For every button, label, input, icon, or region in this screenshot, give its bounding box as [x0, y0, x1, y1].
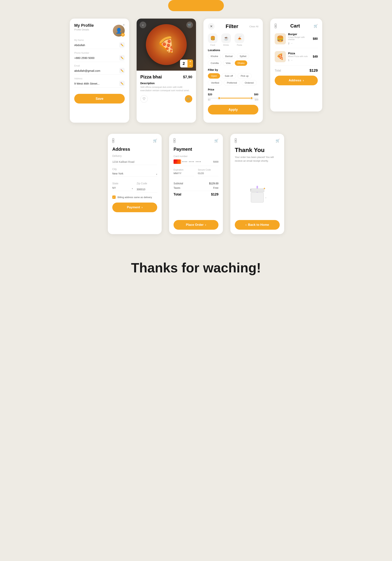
cart-card: ‹ Cart 🛒 🍔 Burger Crispy Burger with che… — [270, 19, 322, 111]
address-title: Address — [112, 147, 157, 152]
quantity-display: 2 — [180, 60, 187, 67]
pizza-name: Pizza bhai — [140, 74, 162, 80]
category-food[interactable]: 🍔 Food — [208, 33, 217, 46]
phone-value: +880 2590 5000 — [74, 56, 94, 59]
card-last4: 5000 — [213, 160, 218, 163]
location-comilla[interactable]: Comilla — [208, 60, 221, 66]
locations-grid: Khulne Barisal Sylhet Comilla Vola Dhaka — [208, 54, 258, 66]
chevron-right-icon: › — [205, 223, 206, 227]
edit-address-button[interactable]: ✏️ — [119, 81, 125, 86]
location-barisal[interactable]: Barisal — [222, 54, 235, 59]
payment-title: Payment — [174, 147, 218, 152]
footer-text: Thanks for waching! — [131, 260, 261, 275]
add-to-cart-button[interactable]: 🛒 — [185, 95, 192, 103]
description-text: Velit officia consequat duis enim velit … — [140, 86, 192, 92]
thankyou-title: Thank You — [235, 147, 280, 153]
item-price: $49 — [313, 55, 318, 58]
payment-button[interactable]: Payment › — [112, 203, 157, 212]
order-message: Your order has been placed! You will rec… — [235, 155, 280, 162]
food-label: Food — [210, 44, 215, 46]
apply-button[interactable]: Apply — [208, 105, 258, 114]
city-value: New York — [112, 172, 123, 175]
add-photo-button[interactable]: + — [121, 33, 125, 37]
address-button[interactable]: Address › — [275, 76, 318, 85]
phone-label: Phone Number — [74, 52, 125, 54]
cart-nav-button[interactable]: 🛒 — [186, 22, 193, 28]
thankyou-back-button[interactable]: ‹ — [235, 138, 237, 143]
cart-item: 🍔 Burger Crispy Burger with cheese 2 – $… — [275, 32, 318, 48]
category-pasta[interactable]: 🍝 Pasta — [235, 33, 244, 46]
delivery-input[interactable] — [112, 159, 157, 165]
price-min: $0 — [208, 98, 210, 101]
edit-phone-button[interactable]: ✏️ — [119, 55, 125, 61]
state-select[interactable]: NY ▾ — [112, 186, 133, 191]
pizza-image-cart: 🍕 — [275, 51, 286, 62]
thankyou-card: ‹ 🛒 Thank You Your order has been placed… — [230, 134, 284, 234]
cart-icon: 🛒 — [314, 24, 318, 28]
clear-all-button[interactable]: Clear All — [249, 25, 258, 28]
item-desc: Crispy Burger with cheese — [288, 36, 310, 41]
city-select[interactable]: New York ▾ — [112, 172, 157, 177]
favorite-button[interactable]: ♡ — [140, 95, 148, 103]
pasta-label: Pasta — [237, 44, 242, 46]
delivery-label: Delivery — [112, 154, 157, 157]
expiration-value: MM/YY — [174, 172, 194, 176]
filter-card: ✕ Filter Clear All 🍔 Food ☕ Drinks 🍝 Pas… — [203, 19, 263, 123]
item-name: Burger — [288, 32, 310, 36]
location-vola[interactable]: Vola — [223, 60, 233, 66]
category-drinks[interactable]: ☕ Drinks — [221, 33, 231, 46]
chevron-down-icon: ▾ — [132, 187, 133, 190]
state-label: State — [112, 182, 133, 185]
billing-label: Billing address same as delivery — [117, 196, 152, 199]
item-name: Pizza — [288, 52, 310, 55]
edit-name-button[interactable]: ✏️ — [119, 42, 125, 48]
billing-checkbox[interactable]: ✓ — [112, 195, 116, 199]
food-icon: 🍔 — [208, 33, 217, 43]
burger-image: 🍔 — [275, 33, 286, 44]
price-to: $80 — [254, 93, 258, 96]
subtotal-value: $129.00 — [209, 182, 218, 185]
zip-input[interactable] — [137, 186, 157, 193]
filter-saleoff[interactable]: Sale off — [222, 73, 236, 79]
cart-title: Cart — [290, 23, 300, 29]
filter-preferred[interactable]: Preferred — [224, 80, 240, 86]
edit-email-button[interactable]: ✏️ — [119, 68, 125, 73]
cart-icon-thankyou: 🛒 — [276, 139, 280, 143]
price-track — [208, 98, 258, 98]
card-dots: •••• •••• •••• — [182, 160, 211, 163]
location-dhaka[interactable]: Dhaka — [235, 60, 248, 66]
back-home-button[interactable]: ‹ Back to Home — [235, 220, 280, 230]
address-card: ‹ 🛒 Address Delivery City New York ▾ Sta… — [108, 134, 162, 234]
payment-card: ‹ 🛒 Payment Card number •••• •••• •••• 5… — [169, 134, 223, 234]
taxes-label: Taxes — [174, 186, 180, 189]
payment-back-button[interactable]: ‹ — [174, 138, 175, 143]
top-cta-button[interactable] — [168, 0, 224, 11]
secure-code-value: 01/20 — [198, 172, 218, 176]
price-thumb-right[interactable] — [250, 97, 253, 99]
price-from: $20 — [208, 93, 212, 96]
zip-label: Zip Code — [137, 182, 157, 185]
address-back-button[interactable]: ‹ — [112, 138, 114, 143]
location-sylhet[interactable]: Sylhet — [237, 54, 249, 59]
back-button[interactable]: ‹ — [140, 22, 146, 28]
filter-pickup[interactable]: Pick up — [237, 73, 252, 79]
profile-title: My Profile — [74, 23, 94, 28]
save-button[interactable]: Save — [74, 94, 125, 104]
avatar: 👤 + — [113, 25, 125, 37]
gift-icon: ✦ ✦ ✦ — [248, 186, 267, 203]
price-thumb-left[interactable] — [218, 97, 220, 99]
quantity-decrease-button[interactable]: − — [187, 64, 193, 68]
item-desc: Mixed Pizza with nuts — [288, 55, 310, 57]
filter-open[interactable]: Open — [208, 73, 220, 79]
filter-verified[interactable]: Verified — [208, 80, 222, 86]
cart-back-button[interactable]: ‹ — [275, 24, 277, 28]
total-price: $129 — [309, 68, 318, 73]
chevron-down-icon: ▾ — [156, 173, 157, 176]
drinks-label: Drinks — [223, 44, 229, 46]
location-khulne[interactable]: Khulne — [208, 54, 221, 59]
filter-ordered[interactable]: Ordered — [242, 80, 257, 86]
total-value: $129 — [211, 193, 218, 196]
quantity-increase-button[interactable]: + — [187, 59, 193, 64]
filter-close-button[interactable]: ✕ — [208, 23, 215, 30]
place-order-button[interactable]: Place Order › — [174, 220, 218, 230]
